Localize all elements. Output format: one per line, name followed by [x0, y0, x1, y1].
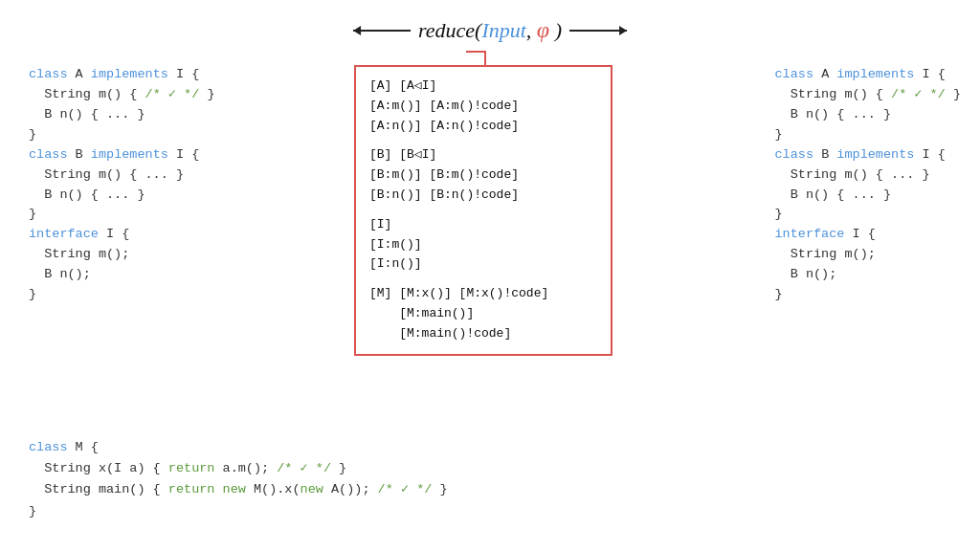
right-line-5: class B implements I { — [775, 145, 961, 165]
center-section-a: [A] [A◁I] [A:m()] [A:m()!code] [A:n()] [… — [369, 77, 597, 136]
center-a-line-1: [A] [A◁I] — [369, 77, 597, 97]
center-section-b: [B] [B◁I] [B:m()] [B:m()!code] [B:n()] [… — [369, 145, 597, 205]
left-line-8: } — [29, 205, 214, 225]
bottom-line-3: String main() { return new M().x(new A()… — [29, 479, 448, 500]
bottom-line-4: } — [29, 501, 448, 522]
center-a-line-2: [A:m()] [A:m()!code] — [369, 97, 597, 117]
function-name: reduce(Input, φ ) — [418, 17, 562, 43]
bottom-line-1: class M { — [29, 437, 448, 458]
right-line-4: } — [775, 125, 961, 145]
left-line-11: B n(); — [29, 265, 214, 285]
center-i-line-3: [I:n()] — [369, 254, 597, 275]
right-line-8: } — [775, 205, 961, 225]
center-m-line-1: [M] [M:x()] [M:x()!code] — [369, 284, 597, 304]
right-line-10: String m(); — [775, 245, 961, 265]
right-arrow — [569, 30, 627, 32]
right-line-1: class A implements I { — [775, 65, 961, 85]
center-b-line-1: [B] [B◁I] — [369, 145, 597, 165]
right-line-6: String m() { ... } — [775, 165, 961, 186]
center-i-line-1: [I] — [369, 215, 597, 235]
center-section-m: [M] [M:x()] [M:x()!code] [M:main()] [M:m… — [369, 284, 597, 343]
left-code-panel: class A implements I { String m() { /* ✓… — [29, 65, 214, 305]
left-line-12: } — [29, 285, 214, 305]
left-line-7: B n() { ... } — [29, 186, 214, 206]
right-code-panel: class A implements I { String m() { /* ✓… — [775, 65, 961, 305]
left-line-10: String m(); — [29, 245, 214, 265]
function-label: reduce(Input, φ ) — [353, 17, 627, 43]
center-m-line-2: [M:main()] — [369, 304, 597, 324]
center-b-line-2: [B:m()] [B:m()!code] — [369, 165, 597, 186]
left-line-3: B n() { ... } — [29, 105, 214, 125]
center-b-line-3: [B:n()] [B:n()!code] — [369, 186, 597, 206]
right-line-2: String m() { /* ✓ */ } — [775, 85, 961, 105]
left-line-9: interface I { — [29, 225, 214, 245]
center-a-line-3: [A:n()] [A:n()!code] — [369, 117, 597, 137]
center-section-i: [I] [I:m()] [I:n()] — [369, 215, 597, 275]
left-line-1: class A implements I { — [29, 65, 214, 85]
right-line-7: B n() { ... } — [775, 186, 961, 206]
center-m-line-3: [M:main()!code] — [369, 324, 597, 344]
left-arrow — [353, 30, 411, 32]
left-line-6: String m() { ... } — [29, 165, 214, 186]
center-result-box: [A] [A◁I] [A:m()] [A:m()!code] [A:n()] [… — [354, 65, 612, 356]
bottom-code-panel: class M { String x(I a) { return a.m(); … — [29, 437, 448, 522]
center-i-line-2: [I:m()] — [369, 235, 597, 255]
left-line-4: } — [29, 125, 214, 145]
left-line-2: String m() { /* ✓ */ } — [29, 85, 214, 105]
right-line-12: } — [775, 285, 961, 305]
right-line-11: B n(); — [775, 265, 961, 285]
right-line-3: B n() { ... } — [775, 105, 961, 125]
bottom-line-2: String x(I a) { return a.m(); /* ✓ */ } — [29, 458, 448, 479]
connector-horizontal — [466, 51, 486, 53]
left-line-5: class B implements I { — [29, 145, 214, 165]
right-line-9: interface I { — [775, 225, 961, 245]
